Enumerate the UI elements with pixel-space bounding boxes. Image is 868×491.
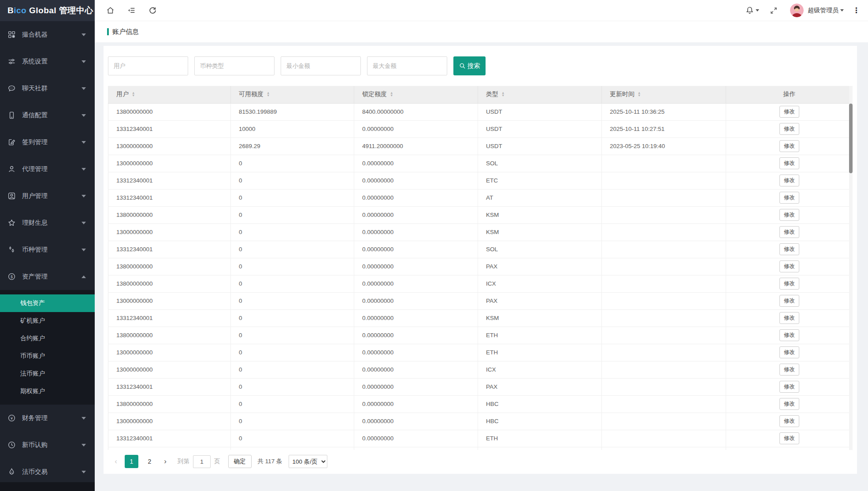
cell-updated (602, 223, 726, 241)
sidebar-item-agent[interactable]: 代理管理 (0, 156, 95, 182)
sidebar-item-label: 代理管理 (22, 165, 82, 173)
cell-updated (602, 258, 726, 275)
edit-button[interactable]: 修改 (779, 140, 799, 152)
table-scrollbar-thumb[interactable] (849, 104, 853, 173)
user-filter-input[interactable] (108, 56, 188, 75)
sidebar-subitem-option[interactable]: 期权账户 (0, 383, 95, 400)
edit-button[interactable]: 修改 (779, 192, 799, 204)
table-row: 1380000000000.00000000PAX修改 (108, 258, 853, 275)
sort-icon[interactable]: ▲▼ (390, 92, 393, 97)
page-title: 账户信息 (112, 28, 139, 36)
cell-actions: 修改 (726, 430, 853, 447)
edit-button[interactable]: 修改 (779, 329, 799, 341)
sidebar-item-finance[interactable]: 理财生息 (0, 209, 95, 236)
sidebar-item-comm[interactable]: 通信配置 (0, 102, 95, 129)
edit-button[interactable]: 修改 (779, 123, 799, 135)
edit-button[interactable]: 修改 (779, 381, 799, 393)
edit-button[interactable]: 修改 (779, 278, 799, 290)
table-row: 1331234000100.00000000ETH修改 (108, 430, 853, 447)
sidebar-item-assets[interactable]: $资产管理 (0, 263, 95, 290)
cell-actions: 修改 (726, 138, 853, 155)
column-header-0[interactable]: 用户▲▼ (108, 86, 231, 103)
edit-button[interactable]: 修改 (779, 364, 799, 376)
cell-user: 13800000000 (108, 275, 231, 292)
cell-actions: 修改 (726, 258, 853, 275)
sidebar-item-chat[interactable]: 聊天社群 (0, 75, 95, 102)
refresh-icon[interactable] (148, 6, 157, 15)
home-icon[interactable] (106, 6, 115, 15)
edit-button[interactable]: 修改 (779, 209, 799, 221)
notifications-button[interactable] (746, 6, 759, 15)
goto-page-input[interactable] (193, 455, 211, 468)
edit-button[interactable]: 修改 (779, 398, 799, 410)
table-row: 1380000000000.00000000HBC修改 (108, 395, 853, 413)
cell-locked: 0.00000000 (354, 344, 478, 361)
confirm-button[interactable]: 确定 (228, 455, 252, 468)
cell-locked: 0.00000000 (354, 258, 478, 275)
edit-button[interactable]: 修改 (779, 432, 799, 444)
sidebar-item-newcoin[interactable]: 新币认购 (0, 431, 95, 458)
prev-page-button[interactable]: ‹ (111, 457, 120, 466)
sidebar-item-matching[interactable]: 撮合机器 (0, 21, 95, 48)
sort-icon[interactable]: ▲▼ (267, 92, 270, 97)
cell-user: 13800000000 (108, 395, 231, 413)
max-amount-filter-input[interactable] (367, 56, 447, 75)
page-button-1[interactable]: 1 (125, 455, 138, 468)
table-row: 1300000000000.00000000SOL修改 (108, 155, 853, 172)
sidebar-subitem-spot[interactable]: 币币账户 (0, 347, 95, 365)
sidebar-item-label: 理财生息 (22, 219, 82, 227)
sidebar-item-signin[interactable]: 签到管理 (0, 129, 95, 156)
cell-available: 0 (231, 172, 354, 189)
cell-actions: 修改 (726, 344, 853, 361)
edit-button[interactable]: 修改 (779, 312, 799, 324)
table-row: 1331234000100.00000000AT修改 (108, 189, 853, 206)
cell-locked: 0.00000000 (354, 189, 478, 206)
cell-type: SOL (478, 241, 602, 258)
sidebar-subitem-miner[interactable]: 矿机账户 (0, 312, 95, 330)
pagination: ‹ 1 2 › 到第 页 确定 共 117 条 100 条/页 (108, 454, 853, 469)
column-header-4[interactable]: 更新时间▲▼ (602, 86, 726, 103)
sort-icon[interactable]: ▲▼ (501, 92, 504, 97)
edit-button[interactable]: 修改 (779, 157, 799, 169)
sort-icon[interactable]: ▲▼ (132, 92, 135, 97)
sidebar-item-otc[interactable]: 法币交易 (0, 458, 95, 482)
search-button[interactable]: 搜索 (453, 56, 486, 75)
sidebar-subitem-wallet[interactable]: 钱包资产 (0, 294, 95, 312)
person-icon (8, 165, 15, 173)
min-amount-filter-input[interactable] (281, 56, 361, 75)
avatar[interactable] (790, 4, 804, 17)
cell-locked: 0.00000000 (354, 395, 478, 413)
more-vertical-icon[interactable]: ⋮ (853, 7, 860, 14)
edit-button[interactable]: 修改 (779, 415, 799, 427)
sort-icon[interactable]: ▲▼ (638, 92, 641, 97)
sidebar-subitem-label: 币币账户 (20, 352, 45, 360)
sidebar-item-users[interactable]: 用户管理 (0, 182, 95, 209)
page-size-select[interactable]: 100 条/页 (289, 455, 327, 468)
next-page-button[interactable]: › (161, 457, 170, 466)
column-header-2[interactable]: 锁定额度▲▼ (354, 86, 478, 103)
collapse-menu-icon[interactable] (127, 6, 136, 15)
user-menu[interactable]: 超级管理员 (808, 7, 844, 15)
page-button-2[interactable]: 2 (143, 455, 156, 468)
edit-button[interactable]: 修改 (779, 226, 799, 238)
column-header-3[interactable]: 类型▲▼ (478, 86, 602, 103)
sidebar-item-system[interactable]: 系统设置 (0, 48, 95, 75)
column-label: 类型 (486, 90, 498, 98)
sidebar-item-coins[interactable]: 币种管理 (0, 236, 95, 263)
sidebar-subitem-fiat[interactable]: 法币账户 (0, 365, 95, 383)
sidebar-subitem-contract[interactable]: 合约账户 (0, 330, 95, 347)
coin-type-filter-input[interactable] (194, 56, 274, 75)
edit-button[interactable]: 修改 (779, 260, 799, 272)
fullscreen-button[interactable] (770, 7, 778, 15)
table-row: 13312340001100000.00000000USDT2025-10-11… (108, 120, 853, 138)
cell-actions: 修改 (726, 120, 853, 138)
edit-button[interactable]: 修改 (779, 106, 799, 118)
column-header-1[interactable]: 可用额度▲▼ (231, 86, 354, 103)
sidebar-item-label: 系统设置 (22, 57, 82, 66)
edit-button[interactable]: 修改 (779, 295, 799, 307)
edit-button[interactable]: 修改 (779, 175, 799, 186)
edit-button[interactable]: 修改 (779, 346, 799, 358)
chevron-down-icon (82, 195, 86, 197)
sidebar-item-treasury[interactable]: ¥财务管理 (0, 405, 95, 431)
edit-button[interactable]: 修改 (779, 243, 799, 255)
